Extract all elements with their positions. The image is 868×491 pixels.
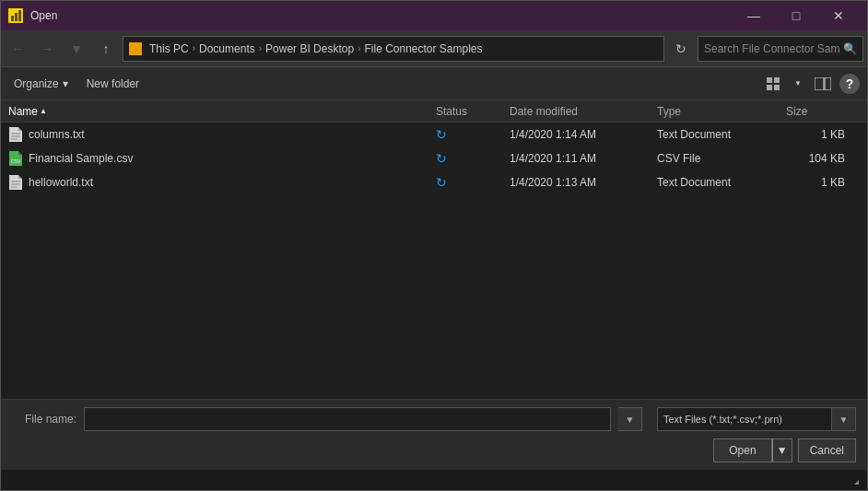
powerbi-icon	[8, 8, 23, 23]
file-type-cell: Text Document	[657, 128, 786, 141]
breadcrumb-powerbi[interactable]: Power BI Desktop	[265, 42, 354, 55]
file-type-cell: Text Document	[657, 176, 786, 189]
breadcrumb[interactable]: This PC › Documents › Power BI Desktop ›…	[123, 36, 664, 62]
svg-rect-2	[15, 13, 18, 21]
back-button[interactable]: ←	[5, 36, 30, 62]
status-bar	[1, 470, 867, 490]
search-icon: 🔍	[843, 42, 857, 55]
filename-input[interactable]	[84, 407, 611, 431]
file-name-cell: helloworld.txt	[8, 175, 436, 190]
column-name-header[interactable]: Name ▲	[8, 105, 436, 118]
file-size-cell: 1 KB	[786, 176, 860, 189]
open-button-group: Open ▼	[713, 438, 792, 462]
separator-3: ›	[358, 43, 360, 53]
svg-rect-8	[815, 77, 824, 90]
sort-arrow-icon: ▲	[40, 107, 47, 115]
organize-button[interactable]: Organize ▾	[8, 75, 74, 93]
svg-rect-3	[18, 10, 21, 21]
organize-label: Organize	[14, 77, 59, 90]
open-button[interactable]: Open	[713, 438, 771, 462]
sync-icon: ↻	[436, 151, 447, 166]
table-row[interactable]: CSV Financial Sample.csv ↻ 1/4/2020 1:11…	[1, 146, 867, 170]
view-toggle-button[interactable]	[760, 72, 786, 96]
file-size-cell: 1 KB	[786, 128, 860, 141]
svg-rect-4	[767, 77, 772, 83]
title-bar: Open — □ ✕	[1, 1, 867, 30]
new-folder-button[interactable]: New folder	[81, 75, 145, 93]
address-bar: ← → ▼ ↑ This PC › Documents › Power BI D…	[1, 30, 867, 67]
file-status-cell: ↻	[436, 127, 510, 142]
svg-rect-7	[774, 85, 780, 90]
file-list-container[interactable]: Name ▲ Status Date modified Type Size	[1, 100, 867, 399]
svg-marker-19	[18, 175, 22, 179]
txt-file-icon	[8, 175, 23, 190]
sync-icon: ↻	[436, 127, 447, 142]
svg-marker-23	[854, 480, 859, 485]
minimize-button[interactable]: —	[733, 1, 775, 30]
svg-marker-16	[18, 151, 22, 155]
recent-locations-button[interactable]: ▼	[64, 36, 89, 62]
svg-marker-11	[18, 127, 22, 131]
breadcrumb-documents[interactable]: Documents	[199, 42, 255, 55]
filename-label: File name:	[12, 413, 76, 426]
txt-file-icon	[8, 127, 23, 142]
toolbar: Organize ▾ New folder ▼	[1, 67, 867, 100]
column-status-header[interactable]: Status	[436, 105, 510, 118]
up-button[interactable]: ↑	[93, 36, 119, 62]
refresh-button[interactable]: ↻	[668, 36, 694, 62]
file-date-cell: 1/4/2020 1:14 AM	[510, 128, 657, 141]
breadcrumb-thispc[interactable]: This PC	[149, 42, 189, 55]
filetype-dropdown-button[interactable]: ▼	[832, 407, 856, 431]
buttons-row: Open ▼ Cancel	[12, 438, 856, 462]
organize-dropdown-icon: ▾	[63, 77, 68, 90]
chevron-down-icon: ▼	[794, 79, 802, 88]
sync-icon: ↻	[436, 175, 447, 190]
filetype-label: Text Files (*.txt;*.csv;*.prn)	[663, 414, 782, 425]
open-dialog: Open — □ ✕ ← → ▼ ↑ This PC › Documents ›…	[0, 0, 868, 491]
svg-rect-6	[767, 85, 772, 90]
cancel-button[interactable]: Cancel	[798, 438, 856, 462]
svg-text:CSV: CSV	[11, 158, 21, 164]
separator-1: ›	[193, 43, 195, 53]
file-date-cell: 1/4/2020 1:11 AM	[510, 152, 657, 165]
search-input[interactable]	[704, 42, 839, 55]
filename-dropdown-button[interactable]: ▼	[618, 407, 642, 431]
file-size-cell: 104 KB	[786, 152, 860, 165]
search-box[interactable]: 🔍	[698, 36, 863, 62]
breadcrumb-samples[interactable]: File Connector Samples	[364, 42, 482, 55]
filename-row: File name: ▼ Text Files (*.txt;*.csv;*.p…	[12, 407, 856, 431]
svg-rect-9	[825, 77, 831, 90]
file-name-cell: CSV Financial Sample.csv	[8, 151, 436, 166]
file-status-cell: ↻	[436, 175, 510, 190]
file-status-cell: ↻	[436, 151, 510, 166]
open-dropdown-button[interactable]: ▼	[772, 438, 792, 462]
maximize-button[interactable]: □	[775, 1, 817, 30]
bottom-bar: File name: ▼ Text Files (*.txt;*.csv;*.p…	[1, 399, 867, 470]
view-dropdown-button[interactable]: ▼	[790, 72, 806, 96]
title-bar-controls: — □ ✕	[733, 1, 860, 30]
column-size-header[interactable]: Size	[786, 105, 860, 118]
column-date-header[interactable]: Date modified	[510, 105, 657, 118]
filetype-select[interactable]: Text Files (*.txt;*.csv;*.prn)	[657, 407, 832, 431]
forward-button[interactable]: →	[34, 36, 60, 62]
table-row[interactable]: columns.txt ↻ 1/4/2020 1:14 AM Text Docu…	[1, 123, 867, 146]
svg-rect-5	[774, 77, 780, 83]
title-bar-left: Open	[8, 8, 57, 23]
file-list-header: Name ▲ Status Date modified Type Size	[1, 100, 867, 123]
file-type-cell: CSV File	[657, 152, 786, 165]
dialog-title: Open	[30, 9, 57, 22]
filetype-container: Text Files (*.txt;*.csv;*.prn) ▼	[657, 407, 856, 431]
folder-icon	[129, 42, 142, 55]
separator-2: ›	[259, 43, 262, 53]
file-name-cell: columns.txt	[8, 127, 436, 142]
help-button[interactable]: ?	[839, 74, 860, 94]
csv-file-icon: CSV	[8, 151, 23, 166]
close-button[interactable]: ✕	[817, 1, 860, 30]
toolbar-right: ▼ ?	[760, 72, 860, 96]
column-type-header[interactable]: Type	[657, 105, 786, 118]
svg-rect-1	[11, 16, 14, 21]
file-date-cell: 1/4/2020 1:13 AM	[510, 176, 657, 189]
preview-pane-button[interactable]	[810, 72, 836, 96]
table-row[interactable]: helloworld.txt ↻ 1/4/2020 1:13 AM Text D…	[1, 170, 867, 194]
status-corner-icon	[849, 474, 860, 485]
